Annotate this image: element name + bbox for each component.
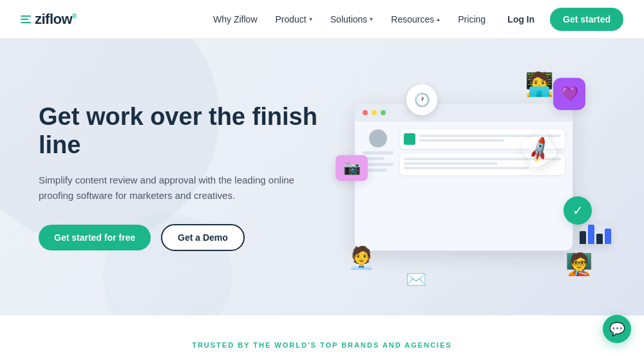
navbar: ziflow® Why Ziflow Product ▾ Solutions ▾… xyxy=(0,0,644,39)
logo[interactable]: ziflow® xyxy=(21,11,77,28)
dot-green xyxy=(381,110,386,115)
hero-title: Get work over the finish line xyxy=(39,103,322,159)
logo-icon xyxy=(21,15,31,23)
bar-4 xyxy=(605,229,611,244)
brands-title: TRUSTED BY THE WORLD'S TOP BRANDS AND AG… xyxy=(39,341,605,349)
nav-product[interactable]: Product ▾ xyxy=(269,10,319,28)
card-line-4 xyxy=(404,162,498,165)
resources-chevron-icon: ▴ xyxy=(437,15,440,23)
nav-line-1 xyxy=(363,151,393,155)
screen-avatar xyxy=(369,129,387,147)
product-chevron-icon: ▾ xyxy=(309,15,312,23)
clock-icon: 🕐 xyxy=(406,84,437,115)
nav-links: Why Ziflow Product ▾ Solutions ▾ Resourc… xyxy=(207,8,623,31)
hero-section: Get work over the finish line Simplify c… xyxy=(0,39,644,315)
heart-icon: 💜 xyxy=(553,78,585,110)
bar-chart-icon xyxy=(580,225,611,244)
get-started-free-button[interactable]: Get started for free xyxy=(39,225,151,250)
chat-bubble[interactable]: 💬 xyxy=(603,315,631,343)
person-top-icon: 🧑‍💻 xyxy=(525,71,554,98)
nav-solutions[interactable]: Solutions ▾ xyxy=(324,10,380,28)
bar-2 xyxy=(588,225,594,244)
get-started-button[interactable]: Get started xyxy=(550,8,623,31)
nav-pricing[interactable]: Pricing xyxy=(451,10,492,28)
login-button[interactable]: Log In xyxy=(497,9,545,30)
person-sitting-icon: 🧑‍💼 xyxy=(348,245,375,270)
chat-icon: 💬 xyxy=(609,321,625,337)
person-standing-icon: 🧑‍🏫 xyxy=(565,251,592,277)
screen-topbar xyxy=(355,104,573,122)
logo-text: ziflow® xyxy=(35,11,77,28)
nav-why-ziflow[interactable]: Why Ziflow xyxy=(207,10,263,28)
solutions-chevron-icon: ▾ xyxy=(370,15,373,23)
dot-red xyxy=(363,110,368,115)
bar-3 xyxy=(596,234,603,244)
green-square-icon xyxy=(404,133,415,145)
get-demo-button[interactable]: Get a Demo xyxy=(161,224,245,251)
main-screen: 📷 🕐 💜 🚀 ✓ xyxy=(354,103,573,251)
card-line-5 xyxy=(404,167,529,169)
brands-section: TRUSTED BY THE WORLD'S TOP BRANDS AND AG… xyxy=(0,315,644,356)
hero-illustration: 📷 🕐 💜 🚀 ✓ 🧑‍💻 🧑‍💼 ✉️ 🧑‍🏫 xyxy=(322,64,605,290)
camera-icon: 📷 xyxy=(336,155,368,181)
card-line-2 xyxy=(419,139,504,142)
hero-buttons: Get started for free Get a Demo xyxy=(39,224,322,251)
nav-resources[interactable]: Resources ▴ xyxy=(384,10,446,28)
check-icon: ✓ xyxy=(564,196,592,225)
envelope-icon: ✉️ xyxy=(406,270,426,290)
hero-content: Get work over the finish line Simplify c… xyxy=(39,103,322,250)
hero-subtitle: Simplify content review and approval wit… xyxy=(39,173,322,203)
bar-1 xyxy=(580,231,586,244)
dot-yellow xyxy=(372,110,377,115)
